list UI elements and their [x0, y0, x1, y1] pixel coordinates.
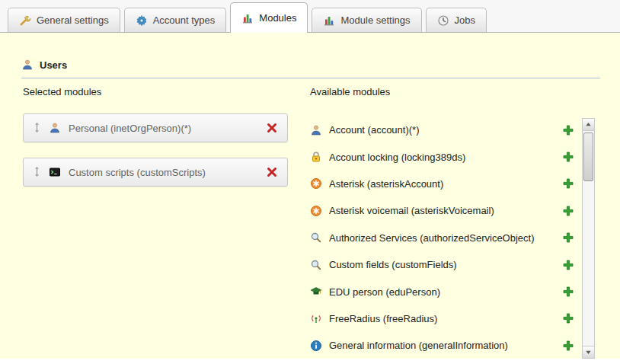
user-icon: [21, 59, 34, 71]
available-modules-heading: Available modules: [310, 86, 390, 97]
selected-module-label: Personal (inetOrgPerson)(*): [69, 123, 258, 134]
available-module-label: Custom fields (customFields): [329, 259, 555, 270]
antenna-icon: [310, 312, 322, 324]
add-module-button[interactable]: [562, 259, 574, 271]
selected-modules-list: Personal (inetOrgPerson)(*)Custom script…: [23, 113, 288, 187]
available-module-label: FreeRadius (freeRadius): [329, 313, 555, 324]
add-module-button[interactable]: [562, 151, 574, 163]
user-icon: [49, 122, 61, 134]
page-bottom-edge: [0, 359, 620, 364]
lock-icon: [310, 151, 322, 163]
add-module-button[interactable]: [562, 231, 574, 244]
graduation-icon: [310, 286, 322, 298]
tab-module-settings[interactable]: Module settings: [312, 8, 421, 32]
add-module-button[interactable]: [562, 312, 574, 324]
add-module-button[interactable]: [562, 340, 574, 352]
available-module-item: FreeRadius (freeRadius): [310, 305, 574, 332]
tab-account-types[interactable]: Account types: [124, 8, 227, 32]
available-module-item: Asterisk voicemail (asteriskVoicemail): [310, 197, 574, 224]
modules-icon: [241, 12, 254, 24]
remove-module-button[interactable]: [266, 122, 278, 134]
tab-label: Modules: [259, 12, 296, 24]
magnifier-icon: [310, 231, 322, 244]
scroll-down-icon: [584, 348, 593, 356]
selected-module-label: Custom scripts (customScripts): [69, 167, 258, 178]
magnifier-icon: [310, 259, 322, 271]
tab-label: Jobs: [455, 14, 475, 26]
user-icon: [310, 124, 322, 136]
available-module-item: Authorized Services (authorizedServiceOb…: [310, 225, 574, 251]
add-module-button[interactable]: [562, 124, 574, 136]
section-title: Users: [40, 59, 67, 71]
available-module-item: Account (account)(*): [310, 117, 574, 143]
available-modules-scrollbar[interactable]: [582, 118, 595, 359]
section-divider: [21, 78, 600, 78]
scrollbar-track[interactable]: [583, 131, 594, 346]
available-module-label: Authorized Services (authorizedServiceOb…: [329, 232, 555, 244]
selected-module-item[interactable]: Personal (inetOrgPerson)(*): [23, 113, 288, 142]
add-module-button[interactable]: [562, 205, 574, 217]
selected-modules-heading: Selected modules: [23, 86, 101, 97]
gear-icon: [136, 14, 148, 27]
info-icon: [310, 340, 322, 352]
scrollbar-thumb[interactable]: [583, 133, 593, 181]
available-module-item: Asterisk (asteriskAccount): [310, 171, 574, 197]
lam-configuration-page: General settingsAccount typesModulesModu…: [0, 0, 620, 364]
users-section-header: Users: [21, 59, 67, 71]
available-module-label: Asterisk voicemail (asteriskVoicemail): [329, 205, 555, 216]
tab-label: Account types: [153, 14, 216, 26]
tab-general-settings[interactable]: General settings: [8, 8, 120, 32]
remove-module-button[interactable]: [266, 166, 278, 178]
available-modules-list: Account (account)(*)Account locking (loc…: [310, 117, 574, 359]
available-module-item: EDU person (eduPerson): [310, 278, 574, 305]
modules-tab-content: Users Selected modules Available modules…: [0, 33, 620, 364]
asterisk-icon: [310, 205, 322, 217]
tab-label: General settings: [37, 14, 109, 26]
selected-module-item[interactable]: Custom scripts (customScripts): [23, 158, 288, 187]
module-settings-icon: [323, 14, 335, 27]
script-icon: [49, 166, 61, 178]
tab-bar: General settingsAccount typesModulesModu…: [0, 0, 620, 33]
available-module-label: Asterisk (asteriskAccount): [329, 178, 555, 190]
tab-jobs[interactable]: Jobs: [426, 8, 487, 32]
available-module-label: EDU person (eduPerson): [329, 286, 555, 298]
available-module-label: Account locking (locking389ds): [329, 152, 555, 163]
add-module-button[interactable]: [562, 177, 574, 190]
available-module-label: Account (account)(*): [329, 124, 555, 136]
available-module-item: Custom fields (customFields): [310, 251, 574, 278]
available-module-item: Account locking (locking389ds): [310, 143, 574, 170]
asterisk-icon: [310, 177, 322, 190]
clock-icon: [437, 14, 449, 27]
scrollbar-up-button[interactable]: [583, 119, 594, 131]
available-module-label: General information (generalInformation): [329, 340, 555, 351]
add-module-button[interactable]: [562, 286, 574, 298]
drag-handle-icon: [33, 166, 41, 178]
available-module-item: General information (generalInformation): [310, 332, 574, 359]
tab-modules[interactable]: Modules: [230, 2, 308, 33]
tab-label: Module settings: [340, 14, 410, 26]
wrench-icon: [19, 14, 31, 27]
scroll-up-icon: [584, 120, 593, 129]
scrollbar-down-button[interactable]: [583, 346, 594, 358]
drag-handle-icon: [33, 122, 41, 134]
